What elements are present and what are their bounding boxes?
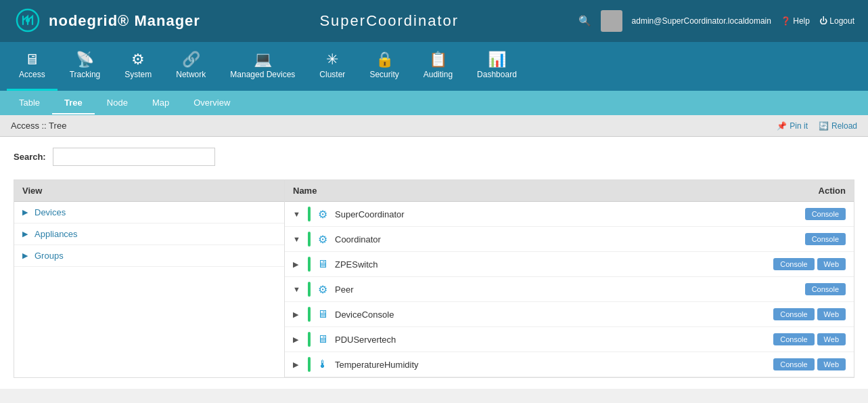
header-right: 🔍 admin@SuperCoordinator.localdomain ❓ H… xyxy=(578,10,854,32)
subtab-node[interactable]: Node xyxy=(95,92,140,114)
svg-point-0 xyxy=(26,18,30,22)
nav-item-tracking[interactable]: 📡 Tracking xyxy=(58,42,113,91)
gear-icon: ⚙ xyxy=(316,233,329,246)
nav-item-dashboard[interactable]: 📊 Dashboard xyxy=(465,42,529,91)
web-button[interactable]: Web xyxy=(817,333,846,345)
logout-link[interactable]: ⏻ Logout xyxy=(819,16,854,26)
content-area: Search: View ▶ Devices ▶ Appliances ▶ Gr… xyxy=(0,137,868,389)
console-button[interactable]: Console xyxy=(773,308,814,320)
search-row: Search: xyxy=(14,148,854,166)
tree-item-devices[interactable]: ▶ Devices xyxy=(14,202,284,224)
status-indicator xyxy=(308,282,311,297)
console-button[interactable]: Console xyxy=(773,358,814,370)
chevron-down-icon[interactable]: ▼ xyxy=(293,210,302,218)
status-indicator xyxy=(308,332,311,347)
security-icon: 🔒 xyxy=(375,52,394,67)
nav-item-cluster[interactable]: ✳ Cluster xyxy=(307,42,357,91)
device-row: ▼ ⚙ Peer Console xyxy=(285,277,854,302)
left-panel: View ▶ Devices ▶ Appliances ▶ Groups xyxy=(14,179,284,378)
subtab-overview[interactable]: Overview xyxy=(181,92,242,114)
web-button[interactable]: Web xyxy=(817,308,846,320)
status-indicator xyxy=(308,357,311,372)
web-button[interactable]: Web xyxy=(817,358,846,370)
breadcrumb-text: Access :: Tree xyxy=(11,121,66,131)
right-panel-header: Name Action xyxy=(285,180,854,202)
action-buttons: Console Web xyxy=(773,308,846,320)
subtab-map[interactable]: Map xyxy=(140,92,181,114)
subtab-tree[interactable]: Tree xyxy=(52,92,95,114)
help-link[interactable]: ❓ Help xyxy=(781,16,810,26)
gear-icon: ⚙ xyxy=(316,208,329,221)
status-indicator xyxy=(308,232,311,247)
main-navbar: 🖥 Access 📡 Tracking ⚙ System 🔗 Network 💻… xyxy=(0,42,868,91)
action-buttons: Console Web xyxy=(773,333,846,345)
sensor-icon: 🌡 xyxy=(316,358,329,370)
chevron-right-icon[interactable]: ▶ xyxy=(293,310,302,319)
nav-item-security[interactable]: 🔒 Security xyxy=(357,42,411,91)
reload-icon: 🔄 xyxy=(819,121,829,131)
network-icon: 🔗 xyxy=(182,52,200,67)
breadcrumb-actions: 📌 Pin it 🔄 Reload xyxy=(777,121,857,131)
breadcrumb: Access :: Tree 📌 Pin it 🔄 Reload xyxy=(0,115,868,137)
logo-area: nodegrid® Manager xyxy=(14,7,200,35)
left-panel-header: View xyxy=(14,180,284,202)
nav-item-managed-devices[interactable]: 💻 Managed Devices xyxy=(218,42,307,91)
logout-icon: ⏻ xyxy=(819,16,827,26)
pin-it-button[interactable]: 📌 Pin it xyxy=(777,121,808,131)
action-buttons: Console xyxy=(805,283,846,295)
dashboard-icon: 📊 xyxy=(488,52,506,67)
managed-devices-icon: 💻 xyxy=(254,52,272,67)
auditing-icon: 📋 xyxy=(429,52,447,67)
chevron-right-icon[interactable]: ▶ xyxy=(293,335,302,344)
reload-button[interactable]: 🔄 Reload xyxy=(819,121,857,131)
nav-item-access[interactable]: 🖥 Access xyxy=(7,42,58,91)
console-button[interactable]: Console xyxy=(773,333,814,345)
chevron-right-icon[interactable]: ▶ xyxy=(293,260,302,269)
device-row: ▼ ⚙ SuperCoordinator Console xyxy=(285,202,854,227)
main-table: View ▶ Devices ▶ Appliances ▶ Groups Nam… xyxy=(14,179,854,378)
nav-item-network[interactable]: 🔗 Network xyxy=(164,42,218,91)
device-row: ▼ ⚙ Coordinator Console xyxy=(285,227,854,252)
subtabs: Table Tree Node Map Overview xyxy=(0,91,868,115)
right-panel: Name Action ▼ ⚙ SuperCoordinator Console… xyxy=(284,179,854,378)
status-indicator xyxy=(308,207,311,221)
status-indicator xyxy=(308,307,311,322)
subtab-table[interactable]: Table xyxy=(7,92,52,114)
console-button[interactable]: Console xyxy=(773,258,814,270)
header: nodegrid® Manager SuperCoordinator 🔍 adm… xyxy=(0,0,868,42)
search-input[interactable] xyxy=(53,148,215,166)
tree-item-groups[interactable]: ▶ Groups xyxy=(14,245,284,267)
access-icon: 🖥 xyxy=(24,52,39,67)
console-button[interactable]: Console xyxy=(805,208,846,220)
monitor-icon: 🖥 xyxy=(316,333,329,345)
web-button[interactable]: Web xyxy=(817,258,846,270)
action-buttons: Console Web xyxy=(773,258,846,270)
chevron-down-icon[interactable]: ▼ xyxy=(293,285,302,293)
device-row: ▶ 🖥 PDUServertech Console Web xyxy=(285,327,854,352)
tree-item-appliances[interactable]: ▶ Appliances xyxy=(14,224,284,245)
search-icon[interactable]: 🔍 xyxy=(578,15,591,27)
search-label: Search: xyxy=(14,152,46,162)
nav-item-auditing[interactable]: 📋 Auditing xyxy=(411,42,465,91)
nodegrid-logo-icon xyxy=(14,7,42,35)
device-row: ▶ 🌡 TemperatureHumidity Console Web xyxy=(285,352,854,377)
chevron-right-icon: ▶ xyxy=(22,208,30,217)
avatar xyxy=(601,10,622,32)
console-button[interactable]: Console xyxy=(805,283,846,295)
device-row: ▶ 🖥 ZPESwitch Console Web xyxy=(285,252,854,277)
monitor-icon: 🖥 xyxy=(316,258,329,270)
status-indicator xyxy=(308,257,311,272)
chevron-right-icon[interactable]: ▶ xyxy=(293,360,302,369)
user-menu[interactable]: admin@SuperCoordinator.localdomain xyxy=(632,16,771,26)
pin-icon: 📌 xyxy=(777,121,787,131)
action-buttons: Console xyxy=(805,233,846,245)
gear-icon: ⚙ xyxy=(316,283,329,296)
action-buttons: Console xyxy=(805,208,846,220)
nav-item-system[interactable]: ⚙ System xyxy=(112,42,164,91)
help-icon: ❓ xyxy=(781,16,791,26)
console-button[interactable]: Console xyxy=(805,233,846,245)
system-icon: ⚙ xyxy=(131,52,145,67)
monitor-icon: 🖥 xyxy=(316,308,329,320)
chevron-down-icon[interactable]: ▼ xyxy=(293,235,302,243)
device-row: ▶ 🖥 DeviceConsole Console Web xyxy=(285,302,854,327)
